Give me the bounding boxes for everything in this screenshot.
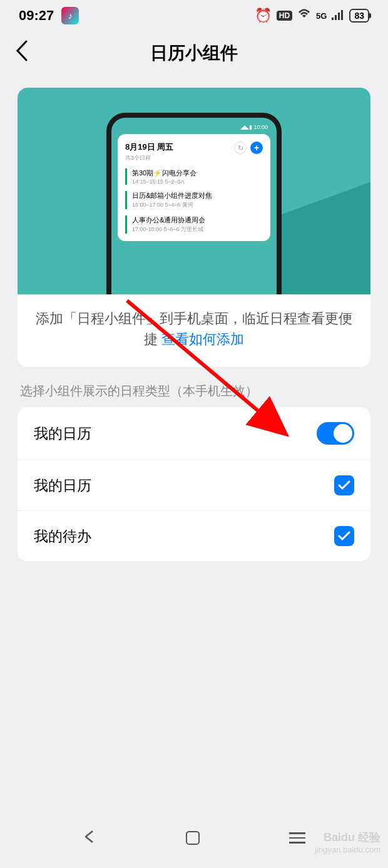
svg-rect-3 [341, 10, 343, 20]
page-header: 日历小组件 [0, 31, 388, 75]
setting-my-calendar-toggle: 我的日历 [18, 407, 370, 460]
alarm-icon: ⏰ [255, 8, 272, 24]
event-title: 人事办公&通用协通周会 [132, 215, 263, 225]
setting-my-todo-check: 我的待办 [18, 511, 370, 561]
event-time: 17:00-18:00 5–6–6 万里长城 [132, 225, 263, 234]
svg-rect-2 [338, 13, 340, 20]
event-title: 日历&邮箱小组件进度对焦 [132, 191, 263, 200]
preview-card: ◢◣▮ 10:00 8月19日 周五 共3个日程 ↻ + 第30期⚡闪电分享会 … [18, 88, 370, 367]
tiktok-app-icon: ♪ [61, 7, 79, 24]
signal-icon [332, 8, 344, 24]
refresh-icon: ↻ [234, 142, 247, 154]
preview-description: 添加「日程小组件」到手机桌面，临近日程查看更便捷 查看如何添加 [18, 294, 370, 367]
back-button[interactable] [16, 40, 28, 67]
event-item: 人事办公&通用协通周会 17:00-18:00 5–6–6 万里长城 [125, 215, 263, 234]
section-label: 选择小组件展示的日程类型（本手机生效） [20, 383, 368, 400]
watermark: Baidu 经验 jingyan.baidu.com [315, 830, 380, 854]
phone-mockup: ◢◣▮ 10:00 8月19日 周五 共3个日程 ↻ + 第30期⚡闪电分享会 … [106, 113, 282, 294]
page-title: 日历小组件 [150, 41, 238, 65]
widget-date: 8月19日 周五 [125, 142, 173, 153]
nav-home-button[interactable] [186, 831, 200, 845]
setting-label: 我的日历 [34, 476, 91, 495]
hd-badge: HD [277, 11, 292, 21]
setting-label: 我的日历 [34, 424, 91, 443]
checkbox[interactable] [334, 475, 354, 495]
toggle-switch[interactable] [317, 422, 354, 445]
watermark-url: jingyan.baidu.com [315, 845, 380, 854]
checkbox[interactable] [334, 526, 354, 546]
event-time: 14:15–15:15 5–2–3A [132, 178, 263, 185]
watermark-logo: Baidu 经验 [315, 830, 380, 845]
mock-status-bar: ◢◣▮ 10:00 [118, 123, 270, 132]
nav-recents-button[interactable] [289, 832, 305, 844]
wifi-icon [297, 8, 311, 24]
phone-preview: ◢◣▮ 10:00 8月19日 周五 共3个日程 ↻ + 第30期⚡闪电分享会 … [18, 88, 370, 294]
setting-label: 我的待办 [34, 527, 91, 546]
svg-rect-1 [335, 15, 337, 20]
widget-count: 共3个日程 [125, 154, 173, 162]
battery-indicator: 83 [349, 9, 369, 23]
network-label: 5G [316, 11, 327, 21]
event-item: 第30期⚡闪电分享会 14:15–15:15 5–2–3A [125, 168, 263, 185]
status-time: 09:27 [19, 8, 54, 24]
event-item: 日历&邮箱小组件进度对焦 16:00–17:00 5–4–6 黄河 [125, 191, 263, 209]
status-bar: 09:27 ♪ ⏰ HD 5G 83 [0, 0, 388, 31]
how-to-add-link[interactable]: 查看如何添加 [161, 331, 244, 347]
widget-preview: 8月19日 周五 共3个日程 ↻ + 第30期⚡闪电分享会 14:15–15:1… [118, 134, 270, 241]
event-time: 16:00–17:00 5–4–6 黄河 [132, 201, 263, 209]
setting-my-calendar-check: 我的日历 [18, 460, 370, 511]
settings-card: 我的日历 我的日历 我的待办 [18, 407, 370, 561]
add-icon: + [250, 142, 263, 154]
svg-rect-0 [332, 18, 334, 20]
nav-back-button[interactable] [83, 828, 96, 848]
event-title: 第30期⚡闪电分享会 [132, 168, 263, 178]
